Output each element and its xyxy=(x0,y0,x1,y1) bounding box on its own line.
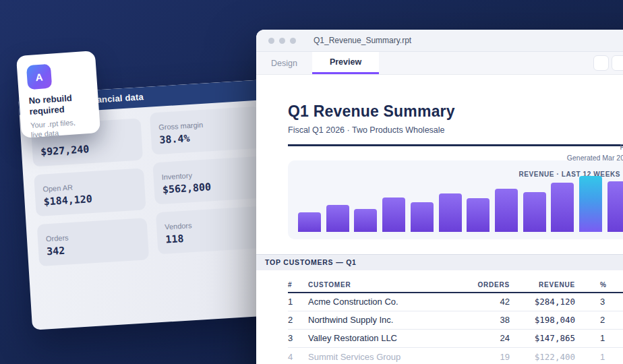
app-logo-icon: A xyxy=(26,64,52,90)
cell-customer: Northwind Supply Inc. xyxy=(308,315,470,325)
cell-revenue: $122,400 xyxy=(510,352,575,362)
chart-bar-highlighted xyxy=(579,176,602,232)
kpi-tile: Open AR $184,120 xyxy=(34,168,146,216)
report-meta-line: F xyxy=(567,142,623,152)
cell-percent: 1 xyxy=(575,333,623,343)
window-maximize-icon[interactable] xyxy=(290,38,296,44)
cell-revenue: $198,040 xyxy=(510,315,575,325)
window-minimize-icon[interactable] xyxy=(279,38,285,44)
cell-rank: 2 xyxy=(288,315,308,325)
cell-orders: 38 xyxy=(470,315,510,325)
table-row: 4 Summit Services Group 19 $122,400 1 xyxy=(288,348,623,364)
chart-bar xyxy=(298,212,321,232)
table-header-row: # CUSTOMER ORDERS REVENUE % xyxy=(288,280,623,293)
col-revenue: REVENUE xyxy=(510,281,575,289)
col-customer: CUSTOMER xyxy=(308,281,470,289)
cell-customer: Acme Construction Co. xyxy=(308,297,470,307)
tab-design[interactable]: Design xyxy=(256,52,312,74)
window-close-icon[interactable] xyxy=(268,38,274,44)
cell-orders: 24 xyxy=(470,333,510,343)
col-orders: ORDERS xyxy=(470,281,510,289)
cell-percent: 1 xyxy=(575,352,623,362)
chart-bar xyxy=(523,192,546,232)
chart-legend-label: REVENUE · LAST 12 WEEKS xyxy=(519,171,621,178)
report-preview-page: Q1 Revenue Summary Fiscal Q1 2026 · Two … xyxy=(256,75,623,364)
cell-orders: 19 xyxy=(470,352,510,362)
kpi-tile: Gross margin 38.4% xyxy=(150,107,262,155)
chart-bar xyxy=(551,183,574,232)
toolbar-button-2[interactable] xyxy=(612,55,623,71)
report-subtitle: Fiscal Q1 2026 · Two Products Wholesale xyxy=(288,125,623,135)
window-controls xyxy=(268,38,296,44)
cell-customer: Summit Services Group xyxy=(308,352,470,362)
chart-bar xyxy=(411,202,434,232)
chart-bar xyxy=(495,189,518,232)
cell-rank: 3 xyxy=(288,333,308,343)
table-row: 1 Acme Construction Co. 42 $284,120 3 xyxy=(288,293,623,311)
kpi-tile: Vendors 118 xyxy=(156,206,268,254)
table-row: 3 Valley Restoration LLC 24 $147,865 1 xyxy=(288,330,623,348)
tooltip-title: No rebuild required xyxy=(28,92,88,117)
top-customers-table: # CUSTOMER ORDERS REVENUE % 1 Acme Const… xyxy=(288,280,623,364)
table-body: 1 Acme Construction Co. 42 $284,120 3 2 … xyxy=(288,293,623,364)
col-rank: # xyxy=(288,281,308,289)
chart-bar xyxy=(607,181,623,232)
chart-bar xyxy=(382,198,405,232)
chart-bar xyxy=(326,205,349,232)
cell-rank: 4 xyxy=(288,352,308,362)
window-title: Q1_Revenue_Summary.rpt xyxy=(314,36,411,45)
chart-bar xyxy=(467,198,489,232)
cell-customer: Valley Restoration LLC xyxy=(308,333,470,343)
report-app-window: Q1_Revenue_Summary.rpt Design Preview Q1… xyxy=(256,30,623,364)
tooltip-subtitle: Your .rpt files, live data xyxy=(30,117,90,141)
cell-orders: 42 xyxy=(470,297,510,307)
section-band: TOP CUSTOMERS — Q1 xyxy=(256,254,623,270)
table-row: 2 Northwind Supply Inc. 38 $198,040 2 xyxy=(288,311,623,330)
revenue-bar-chart: REVENUE · LAST 12 WEEKS xyxy=(288,160,623,239)
kpi-tile: Inventory $562,800 xyxy=(152,156,264,205)
cell-percent: 2 xyxy=(575,315,623,325)
chart-bar xyxy=(439,193,462,232)
tab-bar: Design Preview xyxy=(256,52,623,75)
tab-preview[interactable]: Preview xyxy=(312,52,379,74)
col-percent: % xyxy=(575,281,623,289)
cell-percent: 3 xyxy=(575,297,623,307)
toolbar-button-1[interactable] xyxy=(593,55,609,71)
report-title: Q1 Revenue Summary xyxy=(288,102,623,121)
kpi-tile: Orders 342 xyxy=(37,218,149,266)
window-titlebar: Q1_Revenue_Summary.rpt xyxy=(256,30,623,52)
chart-bar xyxy=(354,209,377,232)
no-rebuild-tooltip-card: A No rebuild required Your .rpt files, l… xyxy=(16,51,100,138)
cell-rank: 1 xyxy=(288,297,308,307)
cell-revenue: $147,865 xyxy=(510,333,575,343)
cell-revenue: $284,120 xyxy=(510,297,575,307)
